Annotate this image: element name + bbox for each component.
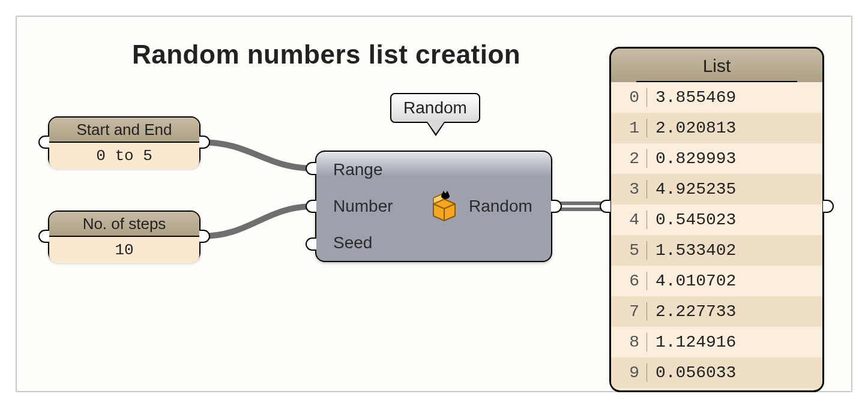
- random-in-number: Number: [333, 197, 393, 216]
- svg-point-5: [441, 193, 450, 199]
- random-seed-port[interactable]: [306, 237, 316, 251]
- steps-value: 10: [49, 237, 199, 263]
- list-in-port[interactable]: [600, 200, 610, 213]
- list-row: 20.829993: [611, 143, 822, 174]
- random-number-port[interactable]: [306, 200, 316, 213]
- list-row: 40.545023: [611, 204, 822, 235]
- start-end-value: 0 to 5: [49, 143, 199, 169]
- steps-in-port[interactable]: [38, 230, 49, 243]
- random-component[interactable]: Range Number Seed Random: [315, 151, 552, 262]
- list-header: List: [636, 51, 797, 82]
- start-end-node[interactable]: Start and End 0 to 5: [48, 116, 200, 168]
- random-in-range: Range: [333, 160, 383, 179]
- start-end-header: Start and End: [49, 118, 199, 143]
- random-tooltip-label: Random: [403, 98, 467, 118]
- tooltip-pointer: [427, 122, 444, 134]
- diagram-title: Random numbers list creation: [132, 40, 520, 70]
- list-row: 34.925235: [611, 174, 822, 204]
- start-end-in-port[interactable]: [38, 136, 49, 149]
- list-row: 90.056033: [611, 357, 822, 388]
- list-row: 12.020813: [611, 113, 822, 143]
- list-row: 72.227733: [611, 296, 822, 327]
- steps-header: No. of steps: [49, 212, 199, 237]
- list-rows: 03.855469 12.020813 20.829993 34.925235 …: [611, 82, 822, 388]
- list-row: 81.124916: [611, 327, 822, 357]
- random-range-port[interactable]: [306, 162, 316, 175]
- random-in-seed: Seed: [333, 233, 372, 252]
- list-row: 64.010702: [611, 266, 822, 296]
- random-tooltip: Random: [390, 93, 480, 123]
- list-row: 51.533402: [611, 235, 822, 266]
- list-row: 03.855469: [611, 82, 822, 113]
- steps-node[interactable]: No. of steps 10: [48, 210, 200, 262]
- random-out-label: Random: [469, 197, 532, 216]
- random-icon: [423, 152, 465, 261]
- list-panel[interactable]: List 03.855469 12.020813 20.829993 34.92…: [609, 47, 824, 392]
